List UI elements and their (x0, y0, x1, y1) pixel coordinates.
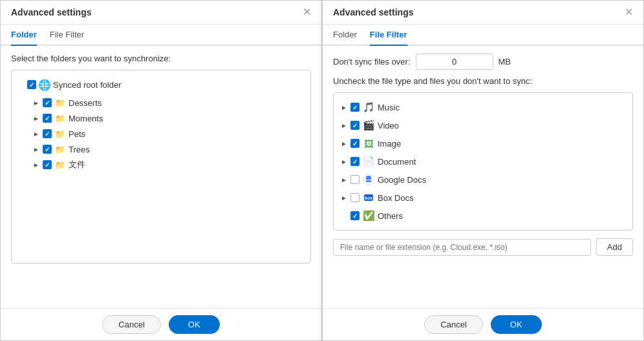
right-dialog-body: Don't sync files over: MB Uncheck the fi… (323, 46, 643, 308)
boxdocs-icon: box (362, 191, 375, 204)
desserts-chevron-icon[interactable]: ► (32, 99, 40, 107)
music-icon: 🎵 (362, 101, 375, 114)
file-extension-input[interactable] (333, 239, 591, 256)
root-globe-icon: 🌐 (39, 79, 50, 90)
add-button[interactable]: Add (596, 238, 633, 256)
mb-label: MB (499, 57, 511, 67)
image-label: Image (378, 139, 401, 149)
tree-item-trees: ► 📁 Trees (32, 141, 305, 157)
root-label: Synced root folder (53, 80, 122, 90)
desserts-checkbox[interactable] (43, 98, 52, 107)
video-label: Video (378, 121, 399, 130)
tree-item-moments: ► 📁 Moments (32, 110, 305, 126)
svg-text:box: box (365, 196, 373, 200)
left-dialog: Advanced settings ✕ Folder File Filter S… (0, 0, 322, 341)
boxdocs-chevron-icon[interactable]: ► (340, 194, 348, 202)
left-close-button[interactable]: ✕ (303, 7, 311, 17)
music-label: Music (378, 103, 400, 112)
filetype-image-item: ► 🖼 Image (339, 134, 627, 152)
filetype-gdocs-item: ► Google Docs (339, 170, 627, 189)
right-dialog-footer: Cancel OK (323, 308, 643, 340)
right-tab-folder[interactable]: Folder (333, 25, 357, 46)
image-chevron-icon[interactable]: ► (340, 140, 348, 147)
tree-root-item: 🌐 Synced root folder (17, 77, 305, 92)
file-input-row: Add (333, 238, 633, 256)
left-dialog-footer: Cancel OK (1, 308, 321, 340)
tree-item-desserts: ► 📁 Desserts (32, 95, 305, 110)
filetype-video-item: ► 🎬 Video (339, 116, 627, 134)
document-icon: 📄 (362, 155, 375, 168)
left-dialog-title: Advanced settings (11, 7, 91, 17)
gdocs-icon (362, 173, 375, 186)
trees-label: Trees (69, 145, 90, 154)
desserts-folder-icon: 📁 (54, 97, 66, 108)
wenj-checkbox[interactable] (43, 160, 52, 169)
music-chevron-icon[interactable]: ► (340, 103, 348, 111)
right-cancel-button[interactable]: Cancel (424, 315, 482, 334)
trees-checkbox[interactable] (43, 145, 52, 154)
left-tab-filefilter[interactable]: File Filter (50, 25, 84, 46)
filetype-boxdocs-item: ► box Box Docs (339, 189, 627, 207)
right-dialog-header: Advanced settings ✕ (323, 1, 643, 25)
right-dialog-title: Advanced settings (333, 7, 413, 17)
gdocs-label: Google Docs (378, 175, 426, 185)
tree-item-wenj: ► 📁 文件 (32, 157, 305, 172)
video-chevron-icon[interactable]: ► (340, 121, 348, 129)
others-label: Others (378, 211, 403, 221)
document-checkbox[interactable] (350, 157, 360, 166)
folder-tree-box: 🌐 Synced root folder ► 📁 Desserts ► 📁 (11, 70, 311, 264)
pets-folder-icon: 📁 (54, 128, 66, 140)
tree-item-pets: ► 📁 Pets (32, 126, 305, 141)
file-size-row: Don't sync files over: MB (333, 54, 633, 70)
pets-label: Pets (69, 129, 85, 139)
moments-chevron-icon[interactable]: ► (32, 114, 40, 122)
wenj-chevron-icon[interactable]: ► (32, 161, 40, 169)
file-size-input[interactable] (416, 54, 493, 70)
uncheck-info: Uncheck the file type and files you don'… (333, 76, 633, 86)
filetype-document-item: ► 📄 Document (339, 152, 627, 170)
filetype-music-item: ► 🎵 Music (339, 98, 627, 116)
file-size-label: Don't sync files over: (333, 57, 411, 67)
right-ok-button[interactable]: OK (491, 315, 542, 334)
right-close-button[interactable]: ✕ (625, 7, 633, 17)
gdocs-chevron-icon[interactable]: ► (340, 176, 348, 183)
folder-section-label: Select the folders you want to synchroni… (11, 54, 311, 63)
right-tab-filefilter[interactable]: File Filter (370, 25, 407, 46)
right-tabs-row: Folder File Filter (323, 25, 643, 46)
moments-checkbox[interactable] (43, 114, 52, 123)
gdocs-checkbox[interactable] (350, 175, 360, 184)
document-label: Document (378, 157, 416, 167)
document-chevron-icon[interactable]: ► (340, 158, 348, 165)
left-cancel-button[interactable]: Cancel (102, 315, 160, 334)
dialogs-container: Advanced settings ✕ Folder File Filter S… (0, 0, 644, 341)
video-checkbox[interactable] (350, 121, 360, 130)
others-icon: ✅ (362, 209, 375, 222)
filetype-others-item: ✅ Others (339, 207, 627, 225)
file-type-box: ► 🎵 Music ► 🎬 Video ► 🖼 Imag (333, 92, 633, 231)
moments-label: Moments (69, 114, 103, 123)
left-tabs-row: Folder File Filter (1, 25, 321, 46)
wenj-label: 文件 (69, 159, 85, 170)
root-chevron-icon[interactable] (17, 81, 25, 88)
moments-folder-icon: 📁 (54, 112, 66, 124)
left-dialog-body: Select the folders you want to synchroni… (1, 46, 321, 308)
wenj-folder-icon: 📁 (54, 159, 66, 170)
left-tab-folder[interactable]: Folder (11, 25, 37, 46)
trees-chevron-icon[interactable]: ► (32, 145, 40, 153)
trees-folder-icon: 📁 (54, 143, 66, 155)
desserts-label: Desserts (69, 98, 102, 108)
left-dialog-header: Advanced settings ✕ (1, 1, 321, 25)
image-icon: 🖼 (362, 137, 375, 150)
pets-checkbox[interactable] (43, 129, 52, 138)
boxdocs-label: Box Docs (378, 193, 414, 203)
left-ok-button[interactable]: OK (169, 315, 220, 334)
boxdocs-checkbox[interactable] (350, 193, 360, 202)
pets-chevron-icon[interactable]: ► (32, 130, 40, 138)
music-checkbox[interactable] (350, 103, 360, 112)
svg-rect-1 (366, 180, 371, 181)
tree-children: ► 📁 Desserts ► 📁 Moments ► 📁 (32, 95, 305, 172)
others-checkbox[interactable] (350, 211, 360, 220)
video-icon: 🎬 (362, 119, 375, 132)
image-checkbox[interactable] (350, 139, 360, 148)
root-checkbox[interactable] (27, 80, 36, 89)
